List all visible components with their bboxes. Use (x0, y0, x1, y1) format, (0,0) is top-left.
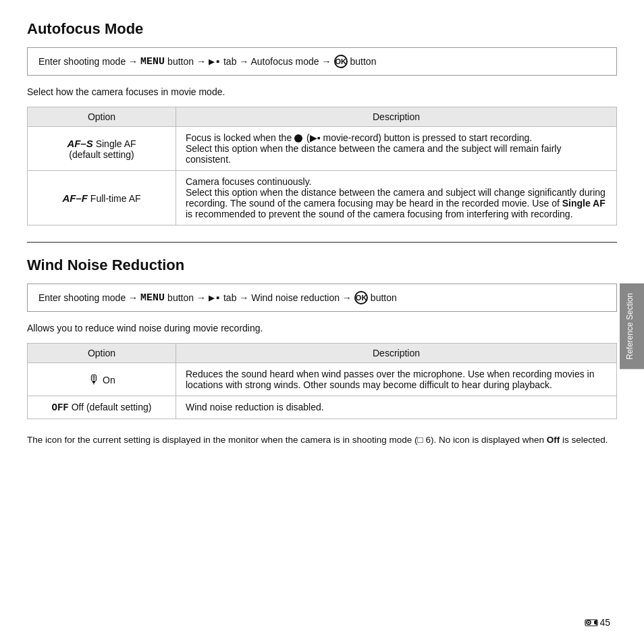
autofocus-nav-middle: button → (167, 56, 206, 67)
autofocus-nav-menu: MENU (140, 56, 165, 68)
wind-nav-middle: button → (167, 292, 206, 303)
wind-noise-footer: The icon for the current setting is disp… (27, 433, 617, 448)
autofocus-nav-box: Enter shooting mode → MENU button → ▶▪ t… (27, 47, 617, 76)
wind-row1-desc: Reduces the sound heard when wind passes… (176, 363, 617, 396)
wind-row2-desc: Wind noise reduction is disabled. (176, 396, 617, 419)
wind-nav-menu: MENU (140, 292, 165, 304)
wind-row2-option: OFF Off (default setting) (28, 396, 176, 419)
wind-row1-option: 🎙 On (28, 363, 176, 396)
wind-nav-tab-icon: ▶▪ (209, 292, 221, 304)
wind-nav-suffix: button (371, 292, 397, 303)
wind-nav-ok-icon: OK (354, 291, 368, 304)
autofocus-afs-sub: (default setting) (69, 149, 134, 160)
autofocus-aff-label: Full-time AF (90, 193, 141, 204)
autofocus-afs-label: Single AF (96, 138, 136, 149)
camera-icon (585, 618, 598, 627)
autofocus-afs-icon: AF–S (67, 138, 92, 149)
wind-col-option: Option (28, 344, 176, 363)
autofocus-nav-tab-icon: ▶▪ (209, 55, 221, 68)
side-tab: Reference Section (620, 284, 644, 369)
side-tab-label: Reference Section (625, 293, 635, 360)
autofocus-nav-ok-icon: OK (334, 55, 348, 68)
autofocus-intro: Select how the camera focuses in movie m… (27, 86, 617, 97)
autofocus-title: Autofocus Mode (27, 20, 617, 38)
autofocus-row1-option: AF–S Single AF (default setting) (28, 127, 176, 171)
wind-on-label: On (103, 375, 115, 385)
wind-noise-title: Wind Noise Reduction (27, 257, 617, 274)
circle-icon (294, 134, 302, 142)
svg-point-1 (588, 622, 589, 623)
wind-noise-table: Option Description 🎙 On Reduces the soun… (27, 343, 617, 419)
autofocus-nav-tab-suffix: tab → Autofocus mode → (223, 56, 331, 67)
page-number-area: 45 (585, 617, 610, 628)
movie-record-icon: ▶▪ (310, 132, 321, 143)
autofocus-col-option: Option (28, 107, 176, 127)
table-row: AF–F Full-time AF Camera focuses continu… (28, 171, 617, 225)
autofocus-table: Option Description AF–S Single AF (defau… (27, 107, 617, 225)
table-row: 🎙 On Reduces the sound heard when wind p… (28, 363, 617, 396)
autofocus-aff-icon: AF–F (62, 192, 88, 204)
single-af-bold: Single AF (562, 198, 606, 209)
wind-nav-tab-suffix: tab → Wind noise reduction → (223, 292, 352, 303)
section-divider (27, 242, 617, 243)
wind-off-icon: OFF (52, 402, 69, 413)
wind-noise-nav-box: Enter shooting mode → MENU button → ▶▪ t… (27, 284, 617, 312)
autofocus-row1-desc: Focus is locked when the (▶▪ movie-recor… (176, 127, 617, 171)
autofocus-row2-desc: Camera focuses continuously. Select this… (176, 171, 617, 225)
wind-off-label: Off (default setting) (72, 402, 152, 412)
wind-col-description: Description (176, 344, 617, 363)
table-row: AF–S Single AF (default setting) Focus i… (28, 127, 617, 171)
autofocus-row2-option: AF–F Full-time AF (28, 171, 176, 225)
autofocus-nav-prefix: Enter shooting mode → (38, 56, 138, 67)
table-row: OFF Off (default setting) Wind noise red… (28, 396, 617, 419)
off-bold: Off (547, 435, 560, 445)
wind-noise-intro: Allows you to reduce wind noise during m… (27, 323, 617, 333)
autofocus-col-description: Description (176, 107, 617, 127)
wind-on-icon: 🎙 (88, 373, 100, 386)
autofocus-nav-suffix: button (350, 56, 377, 67)
wind-nav-prefix: Enter shooting mode → (38, 292, 138, 303)
